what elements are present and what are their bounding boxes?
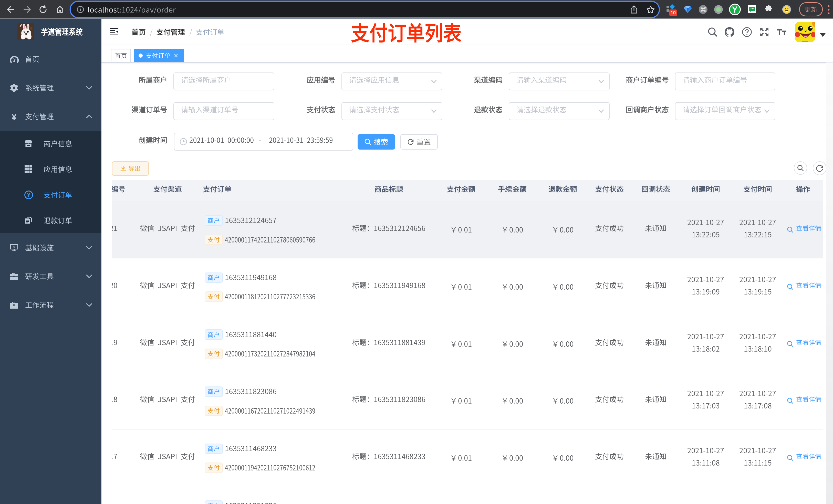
- svg-text:¥: ¥: [27, 192, 30, 198]
- svg-text:¥: ¥: [12, 112, 17, 121]
